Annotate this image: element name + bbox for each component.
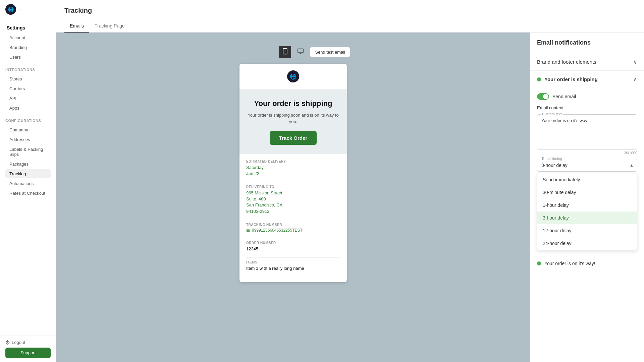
sidebar-item-addresses[interactable]: Addresses (5, 135, 51, 144)
mobile-view-button[interactable] (279, 46, 291, 58)
brand-footer-chevron-icon: ∨ (633, 59, 637, 65)
dropdown-item-30min[interactable]: 30-minute delay (537, 186, 637, 199)
brand-footer-section: Brand and footer elements ∨ (530, 53, 644, 71)
custom-text-input[interactable] (541, 118, 633, 145)
second-status-dot (537, 261, 541, 265)
svg-point-1 (285, 53, 286, 54)
dropdown-item-3hour[interactable]: 3-hour delay (537, 212, 637, 224)
send-email-toggle-row: Send email (537, 93, 637, 100)
timing-dropdown-menu: Send immediately 30-minute delay 1-hour … (537, 173, 637, 250)
sidebar-item-users[interactable]: Users (5, 53, 51, 62)
panel-header: Email notifications (530, 33, 644, 53)
send-test-button[interactable]: Send test email (310, 47, 350, 57)
char-count: 26/1000 (537, 151, 637, 155)
items-value: Item 1 with a really long name (246, 265, 340, 272)
sidebar-item-apps[interactable]: Apps (5, 104, 51, 113)
send-email-toggle[interactable] (537, 93, 549, 100)
tab-bar: Emails Tracking Page (64, 20, 636, 32)
logout-button[interactable]: ⏻ Logout (5, 340, 51, 345)
order-number-section: ORDER NUMBER 12345 (246, 241, 340, 252)
shipping-notification-header: Your order is shipping ∧ (537, 76, 637, 82)
tracking-number-section: TRACKING NUMBER ▦ 999912356045532255TEST (246, 223, 340, 233)
custom-text-field: Custom text (537, 114, 637, 149)
delivering-to-section: DELIVERING TO 965 Mission StreetSuite. 4… (246, 185, 340, 215)
send-email-label: Send email (552, 94, 576, 99)
sidebar-item-tracking[interactable]: Tracking (5, 169, 51, 178)
dropdown-item-1hour[interactable]: 1-hour delay (537, 199, 637, 212)
shipping-notification-inner: Send email Email content Custom text 26/… (530, 93, 644, 255)
settings-label: Settings (5, 23, 51, 33)
timing-select[interactable]: Send immediately 30-minute delay 1-hour … (537, 159, 637, 171)
tab-emails[interactable]: Emails (64, 20, 89, 33)
sidebar-item-automations[interactable]: Automations (5, 179, 51, 188)
preview-area: Send test email 🌐 Your order is shipping… (56, 33, 530, 362)
sidebar-item-account[interactable]: Account (5, 33, 51, 42)
main-content: Tracking Emails Tracking Page Send test … (56, 0, 644, 362)
custom-text-label: Custom text (541, 112, 563, 116)
order-number-value: 12345 (246, 246, 340, 252)
tab-tracking-page[interactable]: Tracking Page (89, 20, 130, 33)
email-subtext: Your order is shipping soon and is on it… (246, 112, 340, 125)
items-section: ITEMS Item 1 with a really long name (246, 260, 340, 272)
dropdown-item-immediately[interactable]: Send immediately (537, 173, 637, 186)
dropdown-item-24hour[interactable]: 24-hour delay (537, 237, 637, 250)
divider-1 (246, 182, 340, 182)
second-notification-title: Your order is on it's way! (544, 261, 595, 266)
sidebar-item-packages[interactable]: Packages (5, 160, 51, 169)
configurations-section: CONFIGURATIONS Company Addresses Labels … (0, 115, 56, 200)
collapse-icon[interactable]: ‹ (19, 7, 20, 12)
content-area: Send test email 🌐 Your order is shipping… (56, 33, 644, 362)
integrations-section: INTEGRATIONS Stores Carriers API Apps (0, 64, 56, 115)
dropdown-item-12hour[interactable]: 12-hour delay (537, 224, 637, 237)
timing-label: Email timing (541, 157, 564, 161)
email-timing-wrapper: Email timing Send immediately 30-minute … (537, 159, 637, 172)
sidebar-item-stores[interactable]: Stores (5, 74, 51, 83)
shipping-status-dot (537, 77, 541, 81)
divider-3 (246, 238, 340, 238)
track-order-button[interactable]: Track Order (270, 131, 317, 145)
sidebar: 🌐 ‹ Settings Account Branding Users INTE… (0, 0, 56, 362)
divider-4 (246, 257, 340, 258)
email-hero-section: Your order is shipping Your order is shi… (239, 89, 347, 154)
desktop-view-button[interactable] (294, 46, 307, 58)
sidebar-logo: 🌐 ‹ (0, 0, 56, 19)
shipping-collapse-icon[interactable]: ∧ (633, 76, 637, 82)
sidebar-item-rates[interactable]: Rates at Checkout (5, 189, 51, 198)
estimated-delivery-section: ESTIMATED DELIVERY Saturday,Jan 22 (246, 160, 340, 177)
shipping-notification-section: Your order is shipping ∧ (530, 71, 644, 93)
items-label: ITEMS (246, 260, 340, 264)
sidebar-item-branding[interactable]: Branding (5, 43, 51, 52)
sidebar-bottom: ⏻ Logout Support (0, 336, 56, 362)
svg-rect-2 (298, 49, 304, 53)
shipping-notification-title: Your order is shipping (544, 76, 630, 82)
logout-icon: ⏻ (5, 340, 10, 345)
delivering-to-value: 965 Mission StreetSuite. 480San Francisc… (246, 190, 340, 215)
estimated-delivery-value: Saturday,Jan 22 (246, 165, 340, 177)
sidebar-item-api[interactable]: API (5, 94, 51, 103)
integrations-label: INTEGRATIONS (5, 68, 51, 72)
email-content-label: Email content (537, 105, 637, 110)
email-logo-section: 🌐 (239, 64, 347, 89)
logo-icon: 🌐 (5, 4, 16, 15)
sidebar-item-carriers[interactable]: Carriers (5, 84, 51, 93)
order-number-label: ORDER NUMBER (246, 241, 340, 245)
barcode-icon: ▦ (246, 228, 250, 233)
page-title: Tracking (64, 7, 636, 14)
brand-logo-icon: 🌐 (287, 70, 299, 82)
email-body: ESTIMATED DELIVERY Saturday,Jan 22 DELIV… (239, 154, 347, 283)
sidebar-item-labels[interactable]: Labels & Packing Slips (5, 145, 51, 159)
second-notification: Your order is on it's way! (530, 255, 644, 272)
tracking-number-value: ▦ 999912356045532255TEST (246, 228, 340, 233)
estimated-delivery-label: ESTIMATED DELIVERY (246, 160, 340, 163)
settings-section: Settings Account Branding Users (0, 19, 56, 64)
sidebar-item-company[interactable]: Company (5, 125, 51, 134)
panel-title: Email notifications (537, 39, 637, 46)
email-headline: Your order is shipping (246, 99, 340, 109)
page-header: Tracking Emails Tracking Page (56, 0, 644, 33)
support-button[interactable]: Support (5, 348, 51, 358)
divider-2 (246, 220, 340, 220)
brand-footer-header[interactable]: Brand and footer elements ∨ (530, 53, 644, 70)
tracking-number-label: TRACKING NUMBER (246, 223, 340, 227)
brand-footer-title: Brand and footer elements (537, 59, 596, 65)
configurations-label: CONFIGURATIONS (5, 119, 51, 123)
